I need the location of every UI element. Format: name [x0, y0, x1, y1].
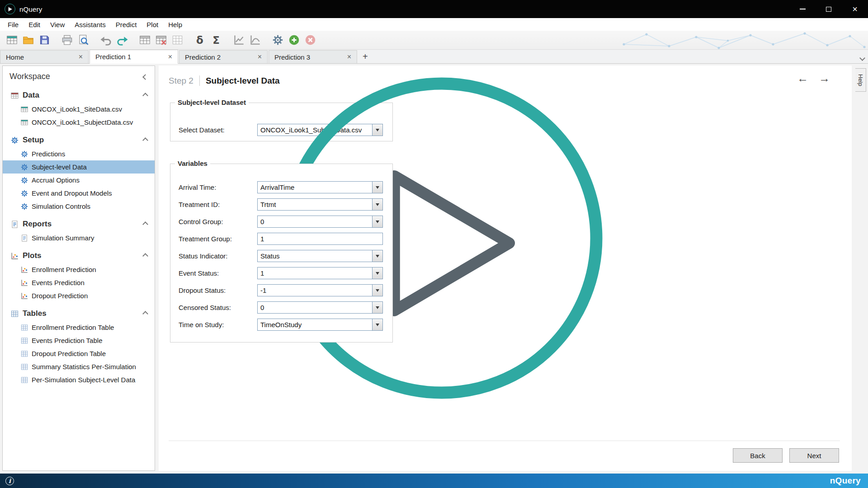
menu-help[interactable]: Help	[163, 18, 187, 31]
import-table-button[interactable]	[137, 32, 153, 48]
censored-status-combobox[interactable]: 0	[257, 301, 383, 314]
tab-close-icon[interactable]: ×	[166, 53, 174, 61]
delete-table-button[interactable]	[153, 32, 169, 48]
chevron-up-icon[interactable]	[142, 137, 148, 143]
sidebar-item-events-prediction[interactable]: Events Prediction	[3, 276, 155, 289]
sidebar-item-events-prediction-table[interactable]: Events Prediction Table	[3, 334, 155, 347]
section-header-plots[interactable]: Plots	[3, 249, 155, 263]
menu-predict[interactable]: Predict	[111, 18, 142, 31]
tab-close-icon[interactable]: ×	[77, 53, 85, 61]
chevron-up-icon[interactable]	[142, 253, 148, 259]
combo-dropdown-button[interactable]	[372, 250, 382, 262]
dropout-status-combobox[interactable]: -1	[257, 284, 383, 296]
event-status-combobox[interactable]: 1	[257, 267, 383, 279]
maximize-button[interactable]	[816, 0, 842, 18]
sigma-button[interactable]: Σ	[208, 32, 224, 48]
sidebar-item-predictions[interactable]: Predictions	[3, 147, 155, 160]
combo-dropdown-button[interactable]	[372, 267, 382, 279]
menu-file[interactable]: File	[3, 18, 24, 31]
sidebar-item-event-dropout-models[interactable]: Event and Dropout Models	[3, 187, 155, 200]
print-button[interactable]	[59, 32, 75, 48]
sidebar-item-summary-statistics-per-simulation[interactable]: Summary Statistics Per-Simulation	[3, 360, 155, 373]
status-indicator-combobox[interactable]: Status	[257, 250, 383, 262]
tabs-overflow-button[interactable]	[860, 54, 864, 62]
menu-plot[interactable]: Plot	[142, 18, 163, 31]
sidebar-item-label: Per-Simulation Subject-Level Data	[32, 376, 135, 384]
menu-view[interactable]: View	[45, 18, 70, 31]
sidebar-item-simulation-controls[interactable]: Simulation Controls	[3, 200, 155, 213]
section-header-reports[interactable]: Reports	[3, 217, 155, 231]
open-button[interactable]	[20, 32, 36, 48]
combo-dropdown-button[interactable]	[372, 182, 382, 193]
sidebar-item-per-simulation-subject-level-data[interactable]: Per-Simulation Subject-Level Data	[3, 373, 155, 386]
combo-dropdown-button[interactable]	[372, 302, 382, 313]
save-icon	[38, 34, 51, 46]
tab-close-icon[interactable]: ×	[345, 53, 353, 61]
line-plot-button[interactable]	[231, 32, 247, 48]
arrival-time-row: Arrival Time: ArrivalTime	[179, 181, 392, 193]
help-side-tab[interactable]: Help	[855, 68, 866, 92]
section-header-data[interactable]: Data	[3, 88, 155, 103]
control-group-combobox[interactable]: 0	[257, 216, 383, 228]
curve-plot-button[interactable]	[247, 32, 263, 48]
gear-icon	[20, 163, 28, 171]
sidebar-item-simulation-summary[interactable]: Simulation Summary	[3, 231, 155, 244]
add-button[interactable]	[286, 32, 302, 48]
sidebar-collapse-button[interactable]	[143, 73, 147, 81]
info-icon[interactable]: i	[5, 477, 14, 485]
censored-status-label: Censored Status:	[179, 304, 257, 311]
treatment-group-field[interactable]: 1	[257, 233, 383, 245]
time-on-study-combobox[interactable]: TimeOnStudy	[257, 319, 383, 331]
treatment-id-combobox[interactable]: Trtmt	[257, 198, 383, 211]
cancel-button[interactable]	[302, 32, 318, 48]
workspace-sidebar: Workspace Data ONCOX_iLook1_SiteData.csv…	[2, 66, 155, 471]
sidebar-item-enrollment-prediction[interactable]: Enrollment Prediction	[3, 263, 155, 276]
undo-button[interactable]	[98, 32, 114, 48]
decorative-network-pattern	[615, 31, 868, 50]
tab-close-icon[interactable]: ×	[256, 53, 264, 61]
save-button[interactable]	[36, 32, 52, 48]
sidebar-item-enrollment-prediction-table[interactable]: Enrollment Prediction Table	[3, 321, 155, 334]
combo-dropdown-button[interactable]	[372, 285, 382, 296]
minimize-button[interactable]	[789, 0, 816, 18]
sidebar-item-subjectdata-csv[interactable]: ONCOX_iLook1_SubjectData.csv	[3, 116, 155, 129]
table-columns-button[interactable]	[169, 32, 185, 48]
tab-prediction-3[interactable]: Prediction 3 ×	[269, 50, 357, 63]
menu-edit[interactable]: Edit	[24, 18, 45, 31]
combo-dropdown-button[interactable]	[372, 319, 382, 330]
arrival-time-combobox[interactable]: ArrivalTime	[257, 181, 383, 193]
menu-assistants[interactable]: Assistants	[70, 18, 110, 31]
section-header-tables[interactable]: Tables	[3, 306, 155, 321]
chevron-up-icon[interactable]	[142, 221, 148, 227]
scatter-plot-icon	[20, 292, 28, 300]
sidebar-item-accrual-options[interactable]: Accrual Options	[3, 174, 155, 187]
section-header-setup[interactable]: Setup	[3, 133, 155, 147]
combo-dropdown-button[interactable]	[372, 199, 382, 210]
wizard-forward-arrow-icon[interactable]: →	[819, 73, 830, 84]
chevron-up-icon[interactable]	[142, 311, 148, 317]
tab-prediction-2[interactable]: Prediction 2 ×	[179, 50, 268, 63]
combo-dropdown-button[interactable]	[372, 216, 382, 227]
tab-home[interactable]: Home ×	[0, 50, 89, 63]
close-button[interactable]: ×	[842, 0, 868, 18]
back-button[interactable]: Back	[733, 448, 783, 463]
sidebar-item-dropout-prediction-table[interactable]: Dropout Prediction Table	[3, 347, 155, 360]
sidebar-item-sitedata-csv[interactable]: ONCOX_iLook1_SiteData.csv	[3, 103, 155, 116]
statusbar-brand: nQuery	[830, 476, 861, 486]
sidebar-item-dropout-prediction[interactable]: Dropout Prediction	[3, 289, 155, 302]
redo-button[interactable]	[114, 32, 130, 48]
tab-prediction-1[interactable]: Prediction 1 ×	[90, 50, 178, 64]
chevron-up-icon[interactable]	[142, 93, 148, 99]
new-tab-button[interactable]: +	[358, 52, 373, 63]
new-table-button[interactable]	[4, 32, 20, 48]
wizard-back-arrow-icon[interactable]: ←	[797, 73, 808, 84]
combo-value: 0	[258, 304, 372, 311]
page-title: Subject-level Data	[206, 76, 280, 86]
textbox-value: 1	[258, 235, 382, 243]
delta-button[interactable]: δ	[192, 32, 208, 48]
settings-button[interactable]	[269, 32, 286, 48]
scatter-plot-icon	[10, 252, 19, 260]
print-preview-button[interactable]	[75, 32, 91, 48]
sidebar-item-subject-level-data[interactable]: Subject-level Data	[3, 160, 155, 174]
next-button[interactable]: Next	[789, 448, 839, 463]
